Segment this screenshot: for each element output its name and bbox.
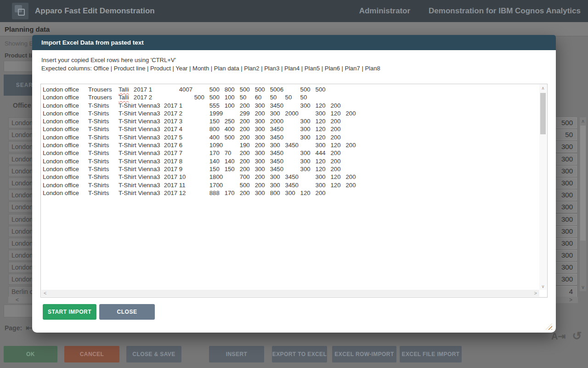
export-to-excel-button[interactable]: EXPORT TO EXCEL: [272, 346, 327, 362]
context-menu[interactable]: Demonstration for IBM Cognos Analytics: [429, 6, 581, 16]
scroll-up-icon[interactable]: ∧: [539, 86, 547, 91]
instruction-line-1: Insert your copied Excel rows here using…: [41, 56, 556, 64]
apparo-logo-icon: [12, 3, 28, 19]
footer-toolbar: OK CANCEL CLOSE & SAVE INSERT EXPORT TO …: [4, 346, 462, 362]
instruction-line-2: Expected columns: Office | Product line …: [41, 64, 556, 73]
scroll-left-icon[interactable]: <: [44, 290, 46, 297]
import-excel-dialog: Import Excel Data from pasted text Inser…: [32, 35, 556, 333]
last-page-icon[interactable]: A⇥: [551, 331, 565, 342]
excel-file-import-button[interactable]: EXCEL FILE IMPORT: [400, 346, 462, 362]
scroll-down-icon[interactable]: ∨: [539, 284, 547, 289]
scroll-right-icon[interactable]: >: [569, 297, 572, 303]
excel-row-import-button[interactable]: EXCEL ROW-IMPORT: [332, 346, 396, 362]
scroll-down-icon[interactable]: ∨: [580, 284, 586, 290]
refresh-icon[interactable]: ↺: [572, 329, 582, 343]
insert-button[interactable]: INSERT: [209, 346, 264, 362]
excel-paste-input[interactable]: London office Trousers Talli 2017 1 4007…: [40, 84, 548, 298]
scrollbar-thumb[interactable]: [540, 93, 546, 134]
first-page-icon[interactable]: ⇤: [26, 323, 33, 333]
office-column-header: Office: [13, 102, 31, 109]
scrollbar-thumb[interactable]: [580, 126, 586, 241]
ok-button[interactable]: OK: [4, 346, 57, 362]
app-title: Apparo Fast Edit Demonstration: [35, 6, 155, 16]
cancel-button[interactable]: CANCEL: [64, 346, 119, 362]
app-window: Apparo Fast Edit Demonstration Administr…: [0, 0, 588, 368]
scroll-up-icon[interactable]: ∧: [580, 118, 586, 124]
dialog-title: Import Excel Data from pasted text: [32, 35, 556, 50]
resize-grip-icon[interactable]: [546, 323, 552, 330]
scroll-right-icon[interactable]: >: [534, 290, 537, 297]
table-vertical-scrollbar[interactable]: ∧ ∨: [580, 117, 586, 291]
textarea-horizontal-scrollbar[interactable]: < >: [41, 290, 539, 297]
textarea-vertical-scrollbar[interactable]: ∧ ∨: [539, 85, 547, 290]
page-label: Page:: [5, 324, 22, 332]
start-import-button[interactable]: START IMPORT: [43, 304, 96, 320]
user-menu[interactable]: Administrator: [359, 6, 410, 16]
pasted-rows-text[interactable]: London office Trousers Talli 2017 1 4007…: [43, 86, 538, 289]
top-bar: Apparo Fast Edit Demonstration Administr…: [0, 0, 588, 22]
scroll-left-icon[interactable]: <: [16, 297, 19, 303]
close-dialog-button[interactable]: CLOSE: [99, 304, 155, 320]
page-title: Planning data: [0, 22, 588, 36]
close-save-button[interactable]: CLOSE & SAVE: [126, 346, 181, 362]
